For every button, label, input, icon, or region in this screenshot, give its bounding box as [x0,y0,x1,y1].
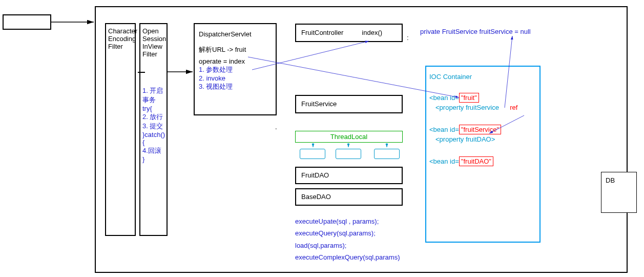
threadlocal-slot-1 [300,149,325,159]
dao-name: FruitDAO [301,171,329,179]
osiv-note6: 4.回滚 [142,146,164,155]
ioc-bean2-prefix: <bean id= [429,126,459,133]
ioc-bean3-prefix: <bean id= [429,157,459,165]
ioc-bean1-ref: ref [510,104,517,111]
diagram-canvas: Character Encoding Filter Open Session I… [0,0,644,277]
dao-m1: executeUpate(sql , params); [295,215,400,227]
threadlocal-title: ThreadLocal [330,133,367,141]
service-name: FruitService [301,100,337,108]
db-label: DB [606,176,615,184]
dispatcher-s1: 1. 参数处理 [199,65,272,74]
osiv-tick [138,72,145,73]
base-dao-box: BaseDAO [295,188,403,206]
db-box: DB [601,172,637,213]
threadlocal-header: ThreadLocal [295,131,403,143]
osiv-note2: try{ [142,105,164,112]
fruit-dao-box: FruitDAO [295,167,403,184]
dispatcher-s2: 2. invoke [199,74,272,82]
osiv-note7: } [142,155,164,163]
ioc-bean2-id: "fruitService" [459,125,501,134]
threadlocal-slot-2 [336,149,361,159]
cef-line3: Filter [108,43,133,50]
private-field-text: private FruitService fruitService = null [420,28,531,35]
threadlocal-slot-3 [374,149,400,159]
dao-m3: load(sql,params); [295,240,400,251]
ioc-title: IOC Container [429,73,536,81]
cef-line1: Character [108,27,133,35]
external-request-box [3,14,51,30]
dispatcher-line1: 解析URL -> fruit [199,45,272,54]
ioc-bean2-prop: <property fruitDAO> [429,135,536,143]
ioc-bean3-line: <bean id="fruitDAO" [429,157,536,165]
ioc-bean2-line: <bean id="fruitService" [429,126,536,133]
ioc-bean1-id: "fruit" [459,93,479,103]
controller-name: FruitController [301,29,343,37]
fruit-service-box: FruitService [295,95,403,113]
ioc-bean1-prop: <property fruitService [435,104,499,111]
dao-m4: executeComplexQuery(sql,params) [295,251,400,263]
ioc-bean1-prop-line: <property fruitService ref [429,104,536,111]
dispatcher-line2: operate = index [199,57,272,65]
dot: . [275,123,277,131]
dispatcher-s3: 3. 视图处理 [199,82,272,91]
basedao-name: BaseDAO [301,193,331,201]
osiv-note3: 2. 放行 [142,112,164,122]
osiv-line4: Filter [142,50,164,58]
character-encoding-filter-box: Character Encoding Filter [105,23,136,236]
osiv-note5: }catch(){ [142,131,164,146]
open-session-inview-filter-box: Open Session InView Filter 1. 开启事务 try{ … [139,23,168,236]
dao-m2: executeQuery(sql,params); [295,227,400,239]
osiv-line2: Session [142,35,164,43]
controller-method: index() [362,29,382,37]
dispatcher-servlet-box: DispatcherServlet 解析URL -> fruit operate… [194,23,277,115]
dispatcher-title: DispatcherServlet [199,30,272,38]
osiv-line3: InView [142,43,164,50]
osiv-line1: Open [142,27,164,35]
dao-methods-block: executeUpate(sql , params); executeQuery… [295,215,400,264]
ioc-bean1-prefix: <bean id= [429,94,459,102]
ioc-bean1-line: <bean id="fruit" [429,94,536,102]
fruit-controller-box: FruitController index() [295,24,403,42]
cef-line2: Encoding [108,35,133,43]
osiv-note1: 1. 开启事务 [142,86,164,105]
osiv-note4: 3. 提交 [142,122,164,131]
ioc-bean3-id: "fruitDAO" [459,156,493,166]
ioc-container-box: IOC Container <bean id="fruit" <property… [425,66,541,243]
